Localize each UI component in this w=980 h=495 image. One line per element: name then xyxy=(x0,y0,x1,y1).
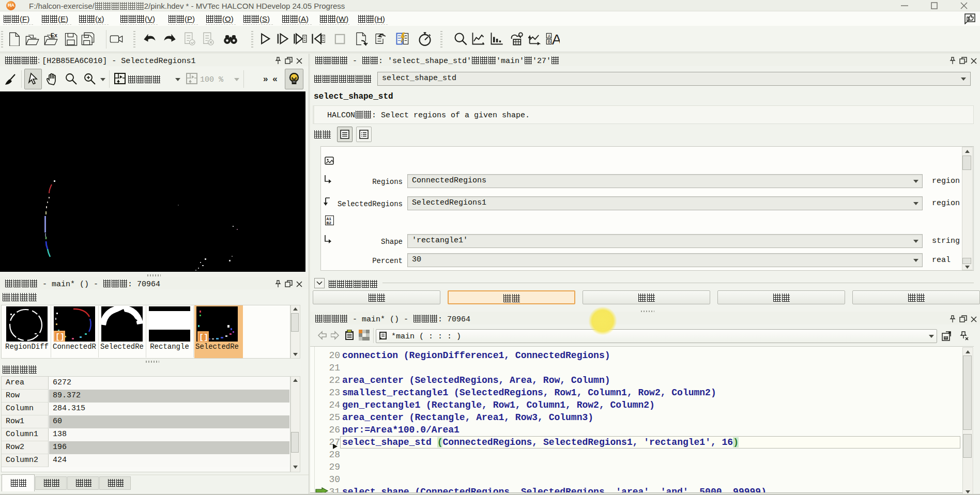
svg-text:A: A xyxy=(548,34,551,39)
svg-text:B2: B2 xyxy=(327,221,332,225)
svg-text:[]: [] xyxy=(199,333,208,342)
svg-text:A: A xyxy=(552,32,560,46)
svg-text:B: B xyxy=(548,39,551,45)
svg-text:Ex: Ex xyxy=(51,32,57,38)
svg-text:[]: [] xyxy=(55,333,65,342)
